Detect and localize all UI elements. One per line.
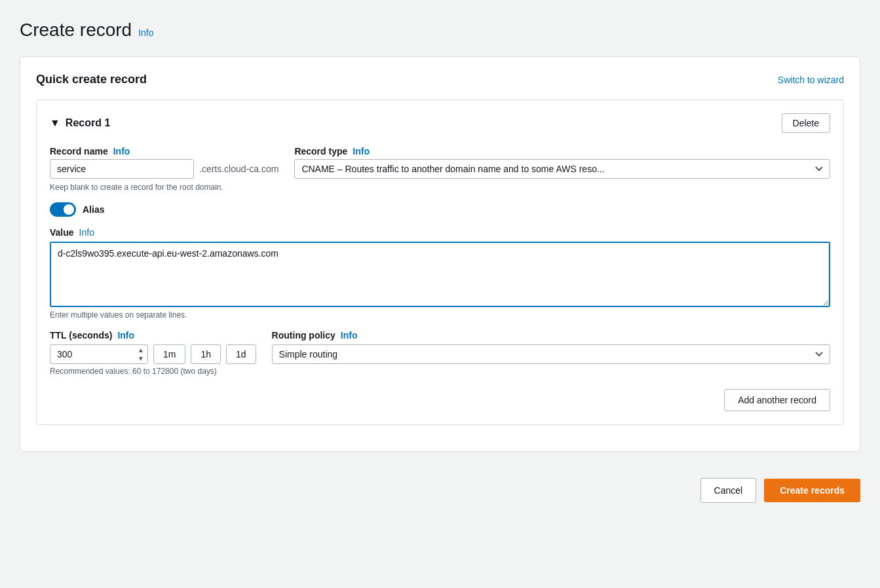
- routing-policy-info-link[interactable]: Info: [341, 330, 358, 340]
- value-textarea[interactable]: d-c2ls9wo395.execute-api.eu-west-2.amazo…: [50, 242, 830, 307]
- record-type-select[interactable]: CNAME – Routes traffic to another domain…: [294, 159, 830, 179]
- ttl-input[interactable]: [50, 344, 148, 364]
- value-info-link[interactable]: Info: [79, 227, 94, 238]
- page-title: Create record: [20, 20, 132, 41]
- record-title-label: Record 1: [66, 117, 110, 129]
- record-type-info-link[interactable]: Info: [353, 146, 370, 156]
- ttl-info-link[interactable]: Info: [117, 330, 134, 340]
- ttl-input-row: ▲ ▼ 1m 1h 1d: [50, 344, 256, 364]
- switch-to-wizard-link[interactable]: Switch to wizard: [778, 75, 844, 85]
- record-name-label: Record name: [50, 146, 108, 156]
- alias-toggle[interactable]: [50, 202, 76, 217]
- record-name-type-row: Record name Info .certs.cloud-ca.com Kee…: [50, 146, 830, 192]
- footer-actions: Cancel Create records: [20, 465, 860, 523]
- ttl-decrement-button[interactable]: ▼: [135, 354, 147, 363]
- record-name-input-row: .certs.cloud-ca.com: [50, 159, 278, 179]
- chevron-down-icon: ▼: [50, 117, 60, 129]
- add-record-row: Add another record: [50, 389, 830, 411]
- ttl-1d-button[interactable]: 1d: [226, 344, 256, 364]
- record-section: ▼ Record 1 Delete Record name Info .cert…: [36, 100, 844, 425]
- domain-suffix: .certs.cloud-ca.com: [199, 164, 278, 174]
- main-card: Quick create record Switch to wizard ▼ R…: [20, 56, 860, 452]
- card-header: Quick create record Switch to wizard: [36, 73, 844, 86]
- alias-slider: [50, 202, 76, 217]
- card-title: Quick create record: [36, 73, 147, 86]
- value-field-group: Value Info d-c2ls9wo395.execute-api.eu-w…: [50, 227, 830, 320]
- ttl-group: TTL (seconds) Info ▲ ▼ 1m 1h 1d Reco: [50, 330, 256, 376]
- ttl-spinner-wrap: ▲ ▼: [50, 344, 148, 364]
- record-name-label-row: Record name Info: [50, 146, 278, 156]
- routing-policy-label: Routing policy: [272, 330, 335, 340]
- record-name-info-link[interactable]: Info: [113, 146, 130, 156]
- alias-label: Alias: [83, 204, 104, 215]
- ttl-1m-button[interactable]: 1m: [153, 344, 185, 364]
- record-type-label-row: Record type Info: [294, 146, 830, 156]
- page-info-link[interactable]: Info: [138, 28, 153, 38]
- routing-policy-label-row: Routing policy Info: [272, 330, 830, 340]
- record-type-group: Record type Info CNAME – Routes traffic …: [294, 146, 830, 179]
- record-title: ▼ Record 1: [50, 117, 110, 129]
- ttl-1h-button[interactable]: 1h: [191, 344, 221, 364]
- ttl-increment-button[interactable]: ▲: [135, 346, 147, 355]
- value-label-row: Value Info: [50, 227, 830, 238]
- alias-row: Alias: [50, 202, 830, 217]
- record-name-group: Record name Info .certs.cloud-ca.com Kee…: [50, 146, 278, 192]
- record-name-input[interactable]: [50, 159, 194, 179]
- ttl-label: TTL (seconds): [50, 330, 112, 340]
- record-type-label: Record type: [294, 146, 347, 156]
- ttl-spinner-arrows: ▲ ▼: [135, 346, 147, 363]
- ttl-routing-row: TTL (seconds) Info ▲ ▼ 1m 1h 1d Reco: [50, 330, 830, 376]
- value-hint: Enter multiple values on separate lines.: [50, 310, 830, 320]
- routing-policy-select[interactable]: Simple routing Weighted Latency Failover…: [272, 344, 830, 364]
- value-label: Value: [50, 227, 74, 238]
- record-header: ▼ Record 1 Delete: [50, 113, 830, 133]
- ttl-hint: Recommended values: 60 to 172800 (two da…: [50, 367, 256, 376]
- delete-button[interactable]: Delete: [782, 113, 830, 133]
- create-records-button[interactable]: Create records: [764, 479, 860, 502]
- record-name-hint: Keep blank to create a record for the ro…: [50, 183, 278, 192]
- add-another-record-button[interactable]: Add another record: [724, 389, 830, 411]
- cancel-button[interactable]: Cancel: [700, 478, 757, 503]
- routing-policy-group: Routing policy Info Simple routing Weigh…: [272, 330, 830, 364]
- ttl-label-row: TTL (seconds) Info: [50, 330, 256, 340]
